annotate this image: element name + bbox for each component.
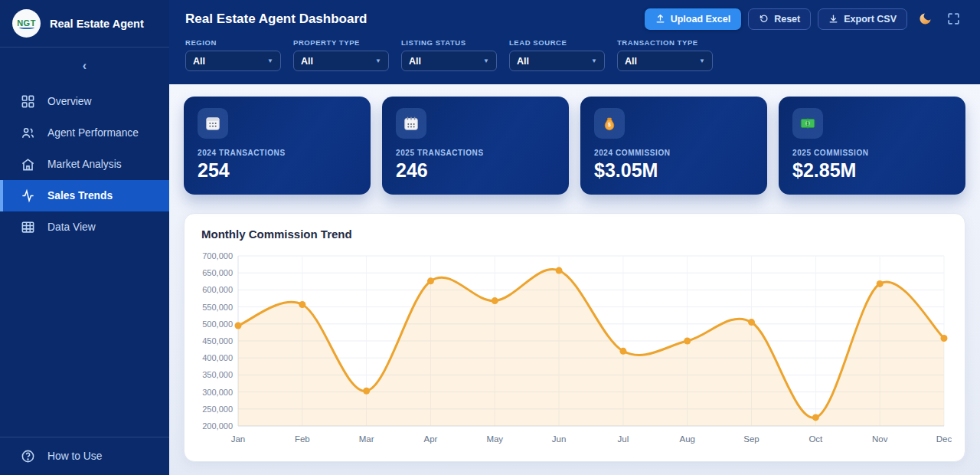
svg-text:300,000: 300,000 — [202, 388, 233, 397]
commission-trend-chart: 200,000250,000300,000350,000400,000450,0… — [201, 248, 952, 452]
svg-text:450,000: 450,000 — [202, 336, 233, 346]
svg-text:Apr: Apr — [424, 434, 438, 444]
topbar-title-row: Real Estate Agent Dashboard Upload Excel… — [185, 0, 964, 34]
svg-text:500,000: 500,000 — [202, 319, 233, 329]
chevron-down-icon: ▼ — [267, 57, 273, 64]
brand: NGT Real Estate Agent — [0, 0, 169, 48]
stat-label: 2025 TRANSACTIONS — [396, 149, 555, 157]
filter-label: PROPERTY TYPE — [293, 38, 389, 47]
stat-label: 2024 TRANSACTIONS — [198, 149, 357, 157]
svg-text:200,000: 200,000 — [202, 421, 233, 431]
help-icon — [21, 449, 35, 464]
lead-source-select[interactable]: All ▼ — [509, 51, 605, 71]
sidebar-item-label: Overview — [47, 96, 92, 107]
svg-text:Jun: Jun — [552, 434, 567, 444]
stat-label: 2024 COMMISSION — [594, 149, 753, 157]
transaction-type-select[interactable]: All ▼ — [617, 51, 713, 71]
sidebar-spacer — [0, 243, 169, 437]
upload-excel-label: Upload Excel — [671, 14, 731, 25]
listing-status-select[interactable]: All ▼ — [401, 51, 497, 71]
sidebar-footer-label: How to Use — [47, 450, 102, 462]
sidebar-item-how-to-use[interactable]: How to Use — [0, 437, 169, 475]
svg-text:Feb: Feb — [295, 434, 310, 444]
stat-value: $3.05M — [594, 159, 753, 182]
stat-card-2024-transactions: 2024 TRANSACTIONS 254 — [184, 97, 371, 195]
filter-label: LISTING STATUS — [401, 38, 497, 47]
chevron-down-icon: ▼ — [483, 57, 489, 64]
banknote-icon: $ — [799, 115, 816, 132]
property-type-select[interactable]: All ▼ — [293, 51, 389, 71]
pulse-icon — [21, 188, 35, 203]
chevron-down-icon: ▼ — [699, 57, 705, 64]
calendar-icon — [204, 115, 221, 132]
filter-region: REGION All ▼ — [185, 38, 281, 71]
reset-button[interactable]: Reset — [748, 8, 811, 30]
export-csv-button[interactable]: Export CSV — [818, 8, 907, 30]
content-area: 2024 TRANSACTIONS 254 2025 TRANSACTIONS … — [169, 84, 980, 475]
filter-label: LEAD SOURCE — [509, 38, 605, 47]
stat-icon-tile — [396, 108, 426, 139]
property-type-select-value: All — [301, 56, 313, 67]
filter-label: TRANSACTION TYPE — [617, 38, 713, 47]
fullscreen-button[interactable] — [942, 8, 964, 30]
table-icon — [21, 220, 35, 234]
calendar-spiral-icon — [403, 115, 420, 132]
chart-card: Monthly Commission Trend 200,000250,0003… — [184, 213, 965, 462]
svg-text:600,000: 600,000 — [202, 285, 233, 294]
svg-text:650,000: 650,000 — [202, 268, 233, 277]
fullscreen-icon — [946, 11, 961, 26]
listing-status-select-value: All — [409, 56, 421, 67]
chart-title: Monthly Commission Trend — [201, 228, 948, 241]
svg-text:May: May — [486, 434, 503, 444]
stat-label: 2025 COMMISSION — [792, 149, 952, 157]
svg-text:Sep: Sep — [743, 434, 759, 444]
svg-text:350,000: 350,000 — [202, 370, 233, 379]
main-area: Real Estate Agent Dashboard Upload Excel… — [169, 0, 980, 475]
stat-icon-tile: $ — [792, 108, 823, 139]
filter-bar: REGION All ▼ PROPERTY TYPE All ▼ LISTING… — [185, 34, 964, 71]
transaction-type-select-value: All — [625, 56, 637, 67]
svg-text:Aug: Aug — [679, 434, 694, 444]
people-icon — [21, 126, 35, 140]
lead-source-select-value: All — [517, 56, 529, 67]
svg-text:550,000: 550,000 — [202, 303, 233, 312]
region-select[interactable]: All ▼ — [185, 51, 281, 71]
brand-logo-swoosh — [19, 26, 34, 29]
sidebar-collapse-row: ‹ — [0, 48, 169, 86]
svg-text:Jul: Jul — [618, 434, 629, 444]
stat-cards-row: 2024 TRANSACTIONS 254 2025 TRANSACTIONS … — [184, 97, 965, 195]
stat-icon-tile — [198, 108, 228, 139]
svg-text:250,000: 250,000 — [202, 405, 233, 414]
filter-property-type: PROPERTY TYPE All ▼ — [293, 38, 389, 71]
stat-value: 246 — [396, 159, 555, 182]
moon-icon — [918, 11, 933, 26]
chevron-down-icon: ▼ — [591, 57, 597, 64]
sidebar-item-label: Market Analysis — [47, 159, 122, 170]
svg-text:$: $ — [608, 122, 611, 128]
svg-text:400,000: 400,000 — [202, 353, 233, 362]
filter-label: REGION — [185, 38, 281, 47]
svg-text:Nov: Nov — [872, 434, 888, 444]
stat-card-2024-commission: $ 2024 COMMISSION $3.05M — [580, 97, 767, 195]
sidebar-item-sales-trends[interactable]: Sales Trends — [0, 180, 169, 211]
theme-toggle-button[interactable] — [914, 8, 936, 30]
upload-icon — [655, 14, 665, 24]
sidebar-collapse-button[interactable]: ‹ — [75, 57, 94, 75]
app-root: NGT Real Estate Agent ‹ Overview Agent P… — [0, 0, 980, 475]
sidebar-item-label: Sales Trends — [47, 190, 113, 201]
topbar: Real Estate Agent Dashboard Upload Excel… — [169, 0, 980, 84]
upload-excel-button[interactable]: Upload Excel — [645, 8, 742, 30]
topbar-actions: Upload Excel Reset Export CSV — [645, 8, 964, 30]
reset-icon — [759, 14, 769, 24]
stat-icon-tile: $ — [594, 108, 625, 139]
svg-text:Oct: Oct — [808, 434, 823, 444]
filter-lead-source: LEAD SOURCE All ▼ — [509, 38, 605, 71]
sidebar-item-agent-performance[interactable]: Agent Performance — [0, 117, 169, 149]
sidebar-item-overview[interactable]: Overview — [0, 86, 169, 117]
sidebar-item-label: Agent Performance — [47, 127, 139, 139]
sidebar-item-data-view[interactable]: Data View — [0, 211, 169, 243]
brand-name: Real Estate Agent — [50, 18, 144, 30]
sidebar-item-label: Data View — [47, 221, 96, 233]
sidebar-item-market-analysis[interactable]: Market Analysis — [0, 149, 169, 180]
brand-logo: NGT — [12, 9, 41, 38]
